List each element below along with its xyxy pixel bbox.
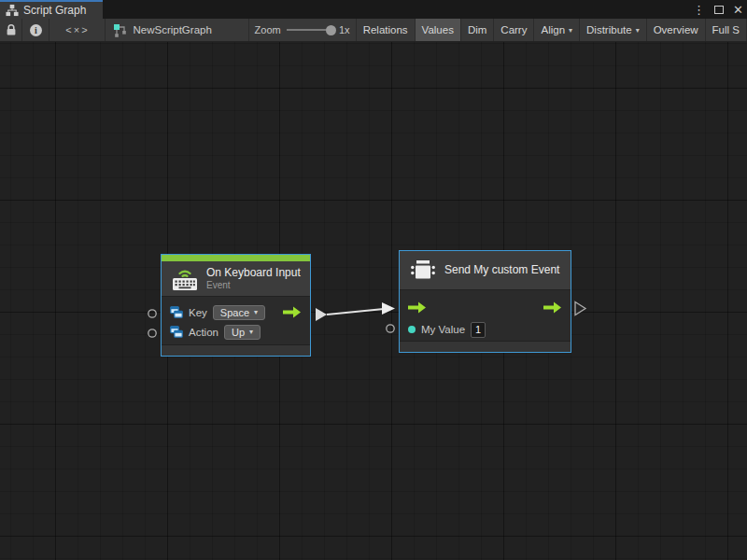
connection-wire — [327, 309, 384, 315]
node-body: Key Space ▾ Action Up — [162, 297, 310, 344]
zoom-label: Zoom — [255, 24, 281, 35]
graph-hierarchy-icon — [6, 4, 19, 17]
port-label: Action — [189, 327, 218, 338]
toolbar-button-dim[interactable]: Dim — [461, 19, 494, 41]
port-label: Key — [189, 307, 207, 318]
toolbar-button-fullscreen[interactable]: Full S — [706, 19, 747, 41]
info-button[interactable]: i — [22, 19, 49, 41]
script-graph-asset-icon — [113, 23, 127, 37]
zoom-control: Zoom 1x — [249, 19, 357, 41]
port-row-my-value: My Value 1 — [400, 318, 571, 341]
graph-canvas[interactable]: On Keyboard Input Event Key Space ▾ — [0, 42, 747, 560]
toolbar-button-relations[interactable]: Relations — [357, 19, 416, 41]
my-value-input[interactable]: 1 — [471, 322, 486, 338]
toolbar-button-carry[interactable]: Carry — [494, 19, 534, 41]
chevron-down-icon: ▾ — [254, 308, 258, 316]
graph-asset-breadcrumb[interactable]: NewScriptGraph — [106, 19, 248, 41]
node-footer — [400, 341, 571, 352]
chevron-down-icon: ▾ — [569, 26, 572, 35]
graph-asset-name: NewScriptGraph — [133, 24, 211, 35]
port-row-key: Key Space ▾ — [162, 302, 310, 322]
chevron-down-icon: ▾ — [249, 328, 253, 336]
literal-icon — [170, 306, 183, 319]
zoom-slider-thumb[interactable] — [326, 25, 336, 35]
input-port-action — [148, 329, 156, 337]
tab-title: Script Graph — [23, 4, 86, 17]
flow-arrow-icon — [543, 301, 562, 314]
port-label: My Value — [421, 324, 465, 335]
node-title: Send My custom Event — [444, 263, 559, 276]
zoom-value: 1x — [339, 24, 350, 35]
flow-output-port-open — [575, 302, 585, 315]
keyboard-icon — [171, 267, 199, 291]
info-icon: i — [30, 24, 42, 36]
flow-output-port-connected — [316, 308, 327, 321]
lock-icon — [6, 23, 17, 36]
value-port-icon — [408, 326, 416, 333]
event-accent-bar — [162, 255, 310, 261]
code-view-button[interactable]: <×> — [49, 19, 106, 41]
node-on-keyboard-input[interactable]: On Keyboard Input Event Key Space ▾ — [161, 254, 311, 357]
graph-toolbar: i <×> NewScriptGraph Zoom 1x Relations V… — [0, 19, 747, 42]
toolbar-button-align[interactable]: Align ▾ — [534, 19, 580, 41]
port-row-action: Action Up ▾ — [162, 322, 310, 342]
input-port-key — [148, 310, 156, 317]
node-header[interactable]: Send My custom Event — [400, 251, 571, 290]
window-menu-icon[interactable]: ⋮ — [693, 4, 705, 16]
toolbar-button-distribute[interactable]: Distribute ▾ — [580, 19, 647, 41]
wire-arrowhead — [382, 302, 395, 315]
node-body: My Value 1 — [400, 290, 571, 341]
node-title: On Keyboard Input — [206, 266, 301, 279]
flow-arrow-icon — [408, 301, 427, 314]
flow-row — [400, 296, 571, 318]
maximize-icon[interactable] — [714, 6, 724, 14]
connections-overlay — [0, 42, 747, 560]
literal-icon — [170, 326, 183, 339]
chevron-down-icon: ▾ — [636, 26, 640, 35]
node-header[interactable]: On Keyboard Input Event — [162, 261, 310, 297]
code-icon: <×> — [65, 24, 89, 35]
zoom-slider[interactable] — [287, 29, 333, 31]
toolbar-button-values[interactable]: Values — [416, 19, 461, 41]
input-port-my-value — [387, 325, 394, 332]
action-dropdown[interactable]: Up ▾ — [224, 325, 261, 340]
node-footer — [162, 344, 310, 356]
close-icon[interactable]: ✕ — [733, 4, 743, 16]
window-titlebar: Script Graph ⋮ ✕ — [0, 0, 747, 19]
node-subtitle: Event — [206, 280, 301, 291]
toolbar-button-overview[interactable]: Overview — [647, 19, 706, 41]
node-send-my-custom-event[interactable]: Send My custom Event My Value 1 — [399, 250, 571, 353]
key-dropdown[interactable]: Space ▾ — [213, 305, 265, 320]
lock-button[interactable] — [0, 19, 22, 41]
custom-event-icon — [409, 258, 437, 284]
tab-script-graph[interactable]: Script Graph — [0, 0, 103, 19]
flow-arrow-icon — [283, 306, 302, 318]
